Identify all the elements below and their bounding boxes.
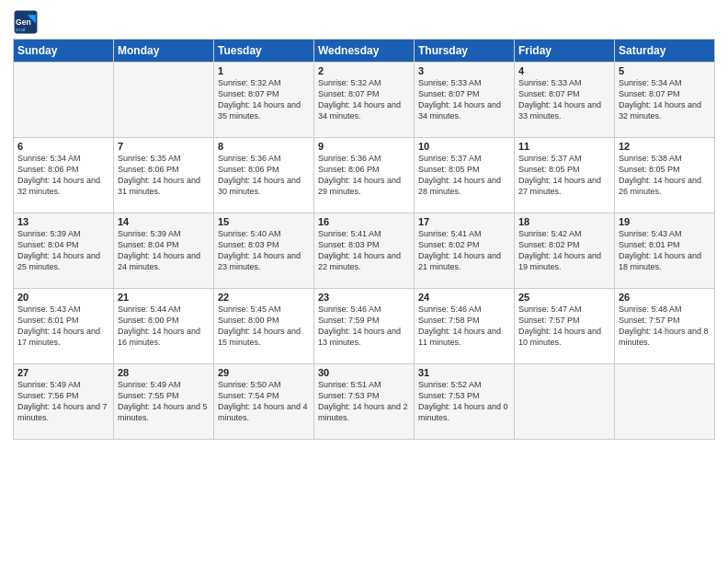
calendar-cell: 10Sunrise: 5:37 AM Sunset: 8:05 PM Dayli… — [415, 138, 515, 213]
calendar-cell: 4Sunrise: 5:33 AM Sunset: 8:07 PM Daylig… — [515, 63, 615, 138]
week-row-2: 6Sunrise: 5:34 AM Sunset: 8:06 PM Daylig… — [14, 138, 715, 213]
cell-content: Sunrise: 5:34 AM Sunset: 8:06 PM Dayligh… — [17, 153, 109, 198]
day-number: 17 — [418, 216, 510, 227]
cell-content: Sunrise: 5:41 AM Sunset: 8:03 PM Dayligh… — [318, 228, 410, 273]
cell-content: Sunrise: 5:35 AM Sunset: 8:06 PM Dayligh… — [118, 153, 210, 198]
cell-content: Sunrise: 5:49 AM Sunset: 7:56 PM Dayligh… — [17, 379, 109, 424]
calendar-cell: 20Sunrise: 5:43 AM Sunset: 8:01 PM Dayli… — [14, 289, 114, 364]
calendar-cell: 15Sunrise: 5:40 AM Sunset: 8:03 PM Dayli… — [214, 213, 314, 289]
cell-content: Sunrise: 5:37 AM Sunset: 8:05 PM Dayligh… — [518, 153, 610, 198]
day-number: 5 — [619, 65, 711, 76]
calendar-cell — [14, 63, 114, 138]
cell-content: Sunrise: 5:46 AM Sunset: 7:59 PM Dayligh… — [318, 304, 410, 349]
day-number: 6 — [17, 141, 109, 152]
cell-content: Sunrise: 5:45 AM Sunset: 8:00 PM Dayligh… — [218, 304, 310, 349]
cell-content: Sunrise: 5:32 AM Sunset: 8:07 PM Dayligh… — [318, 77, 410, 122]
day-number: 24 — [418, 292, 510, 303]
day-number: 20 — [17, 292, 109, 303]
calendar-cell — [114, 63, 214, 138]
calendar-cell: 8Sunrise: 5:36 AM Sunset: 8:06 PM Daylig… — [214, 138, 314, 213]
cell-content: Sunrise: 5:39 AM Sunset: 8:04 PM Dayligh… — [17, 228, 109, 273]
cell-content: Sunrise: 5:47 AM Sunset: 7:57 PM Dayligh… — [518, 304, 610, 349]
cell-content: Sunrise: 5:36 AM Sunset: 8:06 PM Dayligh… — [218, 153, 310, 198]
day-number: 21 — [118, 292, 210, 303]
calendar-cell: 19Sunrise: 5:43 AM Sunset: 8:01 PM Dayli… — [615, 213, 715, 289]
day-number: 8 — [218, 141, 310, 152]
header: Gen eral — [13, 9, 715, 35]
col-header-friday: Friday — [515, 40, 615, 63]
col-header-tuesday: Tuesday — [214, 40, 314, 63]
cell-content: Sunrise: 5:38 AM Sunset: 8:05 PM Dayligh… — [619, 153, 711, 198]
calendar-cell: 13Sunrise: 5:39 AM Sunset: 8:04 PM Dayli… — [14, 213, 114, 289]
day-number: 14 — [118, 216, 210, 227]
calendar-cell: 22Sunrise: 5:45 AM Sunset: 8:00 PM Dayli… — [214, 289, 314, 364]
calendar-cell: 21Sunrise: 5:44 AM Sunset: 8:00 PM Dayli… — [114, 289, 214, 364]
cell-content: Sunrise: 5:32 AM Sunset: 8:07 PM Dayligh… — [218, 77, 310, 122]
day-number: 25 — [518, 292, 610, 303]
day-number: 11 — [518, 141, 610, 152]
calendar-cell: 14Sunrise: 5:39 AM Sunset: 8:04 PM Dayli… — [114, 213, 214, 289]
cell-content: Sunrise: 5:33 AM Sunset: 8:07 PM Dayligh… — [418, 77, 510, 122]
cell-content: Sunrise: 5:37 AM Sunset: 8:05 PM Dayligh… — [418, 153, 510, 198]
cell-content: Sunrise: 5:44 AM Sunset: 8:00 PM Dayligh… — [118, 304, 210, 349]
day-number: 13 — [17, 216, 109, 227]
col-header-sunday: Sunday — [14, 40, 114, 63]
calendar-cell: 3Sunrise: 5:33 AM Sunset: 8:07 PM Daylig… — [415, 63, 515, 138]
week-row-1: 1Sunrise: 5:32 AM Sunset: 8:07 PM Daylig… — [14, 63, 715, 138]
calendar-cell: 25Sunrise: 5:47 AM Sunset: 7:57 PM Dayli… — [515, 289, 615, 364]
day-number: 4 — [518, 65, 610, 76]
cell-content: Sunrise: 5:42 AM Sunset: 8:02 PM Dayligh… — [518, 228, 610, 273]
day-number: 22 — [218, 292, 310, 303]
day-number: 28 — [118, 367, 210, 378]
cell-content: Sunrise: 5:36 AM Sunset: 8:06 PM Dayligh… — [318, 153, 410, 198]
week-row-4: 20Sunrise: 5:43 AM Sunset: 8:01 PM Dayli… — [14, 289, 715, 364]
header-row: SundayMondayTuesdayWednesdayThursdayFrid… — [14, 40, 715, 63]
day-number: 27 — [17, 367, 109, 378]
cell-content: Sunrise: 5:39 AM Sunset: 8:04 PM Dayligh… — [118, 228, 210, 273]
day-number: 19 — [619, 216, 711, 227]
day-number: 23 — [318, 292, 410, 303]
cell-content: Sunrise: 5:52 AM Sunset: 7:53 PM Dayligh… — [418, 379, 510, 424]
calendar-cell: 30Sunrise: 5:51 AM Sunset: 7:53 PM Dayli… — [314, 364, 415, 440]
calendar-cell: 31Sunrise: 5:52 AM Sunset: 7:53 PM Dayli… — [415, 364, 515, 440]
calendar-cell: 24Sunrise: 5:46 AM Sunset: 7:58 PM Dayli… — [415, 289, 515, 364]
calendar-cell: 2Sunrise: 5:32 AM Sunset: 8:07 PM Daylig… — [314, 63, 415, 138]
day-number: 16 — [318, 216, 410, 227]
cell-content: Sunrise: 5:34 AM Sunset: 8:07 PM Dayligh… — [619, 77, 711, 122]
col-header-thursday: Thursday — [415, 40, 515, 63]
col-header-saturday: Saturday — [615, 40, 715, 63]
calendar-cell: 6Sunrise: 5:34 AM Sunset: 8:06 PM Daylig… — [14, 138, 114, 213]
page-container: Gen eral SundayMondayTuesdayWednesdayThu… — [0, 0, 728, 447]
calendar-cell: 28Sunrise: 5:49 AM Sunset: 7:55 PM Dayli… — [114, 364, 214, 440]
cell-content: Sunrise: 5:51 AM Sunset: 7:53 PM Dayligh… — [318, 379, 410, 424]
svg-text:eral: eral — [16, 26, 25, 32]
cell-content: Sunrise: 5:43 AM Sunset: 8:01 PM Dayligh… — [619, 228, 711, 273]
day-number: 30 — [318, 367, 410, 378]
cell-content: Sunrise: 5:43 AM Sunset: 8:01 PM Dayligh… — [17, 304, 109, 349]
calendar-cell: 5Sunrise: 5:34 AM Sunset: 8:07 PM Daylig… — [615, 63, 715, 138]
cell-content: Sunrise: 5:50 AM Sunset: 7:54 PM Dayligh… — [218, 379, 310, 424]
day-number: 3 — [418, 65, 510, 76]
calendar-cell: 17Sunrise: 5:41 AM Sunset: 8:02 PM Dayli… — [415, 213, 515, 289]
calendar-cell: 11Sunrise: 5:37 AM Sunset: 8:05 PM Dayli… — [515, 138, 615, 213]
cell-content: Sunrise: 5:46 AM Sunset: 7:58 PM Dayligh… — [418, 304, 510, 349]
day-number: 15 — [218, 216, 310, 227]
day-number: 29 — [218, 367, 310, 378]
calendar-cell: 29Sunrise: 5:50 AM Sunset: 7:54 PM Dayli… — [214, 364, 314, 440]
day-number: 26 — [619, 292, 711, 303]
week-row-3: 13Sunrise: 5:39 AM Sunset: 8:04 PM Dayli… — [14, 213, 715, 289]
cell-content: Sunrise: 5:49 AM Sunset: 7:55 PM Dayligh… — [118, 379, 210, 424]
calendar-cell — [615, 364, 715, 440]
day-number: 31 — [418, 367, 510, 378]
cell-content: Sunrise: 5:33 AM Sunset: 8:07 PM Dayligh… — [518, 77, 610, 122]
cell-content: Sunrise: 5:48 AM Sunset: 7:57 PM Dayligh… — [619, 304, 711, 349]
col-header-wednesday: Wednesday — [314, 40, 415, 63]
logo: Gen eral — [13, 9, 42, 35]
day-number: 7 — [118, 141, 210, 152]
day-number: 12 — [619, 141, 711, 152]
calendar-cell: 23Sunrise: 5:46 AM Sunset: 7:59 PM Dayli… — [314, 289, 415, 364]
week-row-5: 27Sunrise: 5:49 AM Sunset: 7:56 PM Dayli… — [14, 364, 715, 440]
calendar-cell — [515, 364, 615, 440]
logo-icon: Gen eral — [13, 9, 39, 35]
calendar-cell: 27Sunrise: 5:49 AM Sunset: 7:56 PM Dayli… — [14, 364, 114, 440]
